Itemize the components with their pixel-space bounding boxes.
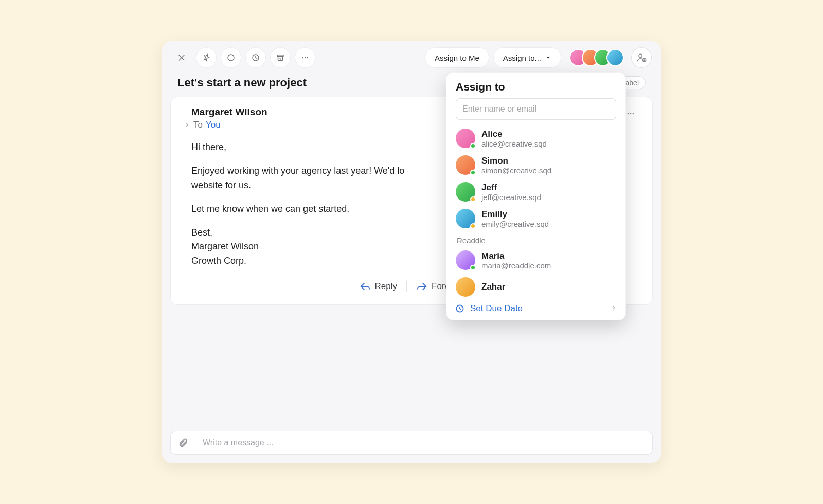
svg-point-6	[305, 57, 306, 58]
avatar[interactable]	[606, 49, 624, 66]
assign-to-label: Assign to...	[503, 53, 541, 62]
assignee-avatars	[569, 49, 624, 66]
status-dot-icon	[470, 265, 476, 271]
circle-icon	[226, 53, 236, 62]
chevron-right-icon	[610, 303, 617, 314]
contact-group-label: Readdle	[451, 232, 621, 247]
add-person-button[interactable]	[631, 47, 652, 68]
set-due-date-button[interactable]: Set Due Date	[446, 297, 625, 320]
person-add-icon	[636, 52, 647, 63]
svg-point-2	[228, 55, 234, 61]
contact-name: Simon	[481, 156, 551, 166]
to-value: You	[206, 120, 221, 130]
contact-email: emily@creative.sqd	[481, 220, 549, 228]
avatar	[456, 155, 475, 175]
avatar	[456, 182, 475, 202]
svg-point-5	[302, 57, 303, 58]
chevron-right-icon	[184, 120, 190, 131]
svg-point-11	[630, 113, 632, 115]
toolbar: Assign to Me Assign to...	[162, 41, 661, 71]
assign-to-button[interactable]: Assign to...	[493, 47, 561, 68]
contact-name: Maria	[481, 251, 551, 261]
status-dot-icon	[470, 223, 476, 229]
mark-button[interactable]	[221, 47, 241, 68]
contact-email: maria@readdle.com	[481, 261, 551, 270]
contact-name: Zahar	[481, 282, 505, 292]
attach-button[interactable]	[171, 431, 195, 454]
clock-icon	[251, 53, 260, 62]
set-due-date-label: Set Due Date	[470, 303, 523, 314]
snooze-button[interactable]	[245, 47, 266, 68]
contact-row[interactable]: Simon simon@creative.sqd	[451, 152, 621, 178]
more-button[interactable]	[295, 47, 315, 68]
message-recipients[interactable]: To You	[191, 120, 267, 130]
avatar	[456, 250, 475, 270]
compose-input[interactable]	[195, 438, 652, 447]
contact-email: simon@creative.sqd	[481, 166, 551, 175]
popover-search-input[interactable]	[456, 98, 616, 120]
compose-bar	[170, 431, 653, 455]
forward-icon	[416, 281, 427, 292]
contact-email: jeff@creative.sqd	[481, 193, 541, 202]
contact-row[interactable]: Zahar	[451, 274, 621, 297]
svg-point-12	[633, 113, 634, 115]
chevron-down-icon	[545, 55, 551, 61]
reply-button[interactable]: Reply	[350, 278, 406, 295]
contact-list: Alice alice@creative.sqd Simon simon@cre…	[446, 125, 625, 297]
reply-label: Reply	[375, 281, 397, 292]
close-icon	[177, 53, 186, 62]
contact-row[interactable]: Jeff jeff@creative.sqd	[451, 178, 621, 205]
contact-name: Jeff	[481, 183, 541, 193]
archive-button[interactable]	[270, 47, 291, 68]
avatar	[456, 129, 475, 148]
assign-to-me-label: Assign to Me	[435, 53, 479, 62]
pin-icon	[202, 53, 210, 62]
reply-icon	[360, 281, 371, 292]
status-dot-icon	[470, 170, 476, 175]
assign-to-popover: Assign to Alice alice@creative.sqd Simon…	[446, 72, 626, 320]
close-button[interactable]	[171, 47, 192, 68]
email-window: Assign to Me Assign to... Let's start a …	[162, 41, 661, 463]
ellipsis-icon	[625, 109, 636, 119]
ellipsis-icon	[300, 53, 310, 62]
svg-point-8	[639, 54, 642, 57]
archive-icon	[276, 53, 285, 62]
status-dot-icon	[470, 143, 476, 149]
contact-row[interactable]: Alice alice@creative.sqd	[451, 125, 621, 152]
svg-rect-4	[277, 55, 283, 57]
contact-email: alice@creative.sqd	[481, 139, 547, 148]
avatar	[456, 209, 475, 228]
to-label: To	[193, 120, 203, 130]
svg-point-10	[628, 113, 629, 115]
message-sender: Margaret Wilson	[191, 106, 267, 118]
popover-title: Assign to	[446, 73, 625, 98]
clock-icon	[455, 303, 465, 314]
paperclip-icon	[178, 438, 188, 448]
contact-name: Emilly	[481, 209, 549, 220]
svg-point-7	[307, 57, 308, 58]
contact-row[interactable]: Maria maria@readdle.com	[451, 247, 621, 274]
pin-button[interactable]	[196, 47, 217, 68]
assign-to-me-button[interactable]: Assign to Me	[425, 47, 489, 68]
avatar	[456, 277, 475, 297]
status-dot-icon	[470, 196, 476, 202]
contact-row[interactable]: Emilly emily@creative.sqd	[451, 205, 621, 232]
contact-name: Alice	[481, 129, 547, 139]
